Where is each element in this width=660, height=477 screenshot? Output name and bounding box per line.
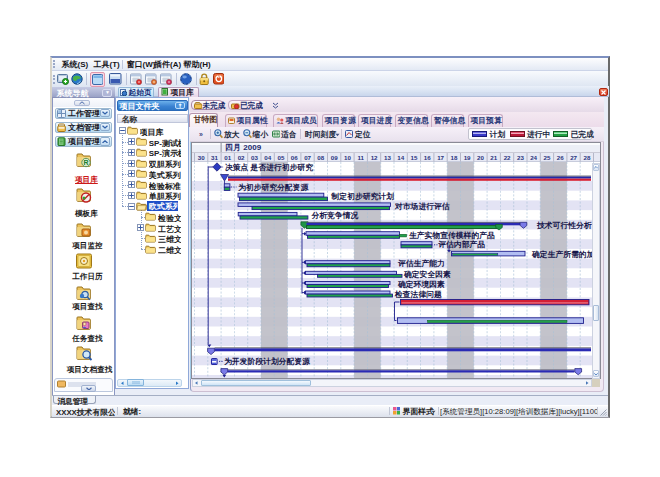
svg-text:R: R bbox=[83, 159, 88, 166]
